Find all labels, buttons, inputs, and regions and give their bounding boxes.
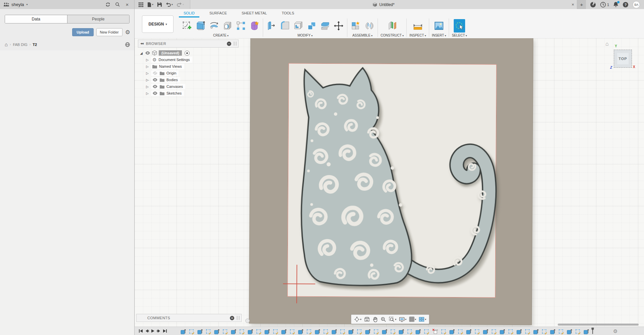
step-forward-button[interactable]	[157, 329, 161, 333]
tree-row-bodies[interactable]: ▷ Bodies	[138, 76, 239, 83]
tree-collapsed-icon[interactable]: ▷	[145, 85, 149, 89]
viewcube-top-face[interactable]: TOP	[614, 50, 632, 68]
group-label-assemble[interactable]: ASSEMBLE	[352, 34, 373, 37]
group-label-modify[interactable]: MODIFY	[297, 34, 312, 37]
panel-resize-grip[interactable]	[237, 316, 239, 320]
eye-icon[interactable]	[152, 92, 158, 95]
joint-icon[interactable]	[363, 19, 375, 33]
timeline-sketch-feature[interactable]	[458, 328, 463, 334]
revolve-icon[interactable]	[208, 19, 220, 33]
timeline-extrude-feature[interactable]	[550, 328, 555, 334]
split-body-icon[interactable]	[319, 19, 331, 33]
fillet-icon[interactable]	[279, 19, 291, 33]
timeline-extrude-feature[interactable]	[516, 328, 522, 334]
viewcube-home-icon[interactable]: ⌂	[605, 41, 609, 47]
timeline-sketch-feature[interactable]	[273, 328, 278, 334]
file-menu-button[interactable]: ▾	[146, 1, 155, 8]
timeline-failed-feature[interactable]	[432, 328, 438, 334]
panel-resize-grip[interactable]	[234, 42, 236, 46]
tab-solid[interactable]: SOLID	[179, 10, 199, 17]
redo-button[interactable]: ▾	[176, 1, 185, 8]
move-copy-icon[interactable]	[333, 19, 344, 33]
tree-collapsed-icon[interactable]: ▷	[145, 92, 149, 95]
tree-collapsed-icon[interactable]: ▷	[145, 78, 149, 82]
timeline-sketch-feature[interactable]	[525, 328, 530, 334]
browser-root-row[interactable]: ◢ (Unsaved)	[138, 50, 239, 56]
filigree-cat-model[interactable]	[288, 63, 496, 297]
root-document-label[interactable]: (Unsaved)	[159, 50, 182, 56]
document-tab[interactable]: Untitled* ×	[190, 0, 577, 9]
activate-component-radio[interactable]	[185, 51, 190, 56]
timeline-sketch-feature[interactable]	[239, 328, 245, 334]
timeline-sketch-feature[interactable]	[390, 328, 396, 334]
help-icon[interactable]: ?	[623, 2, 629, 8]
eye-icon[interactable]	[152, 85, 158, 88]
display-settings-button[interactable]: ▾	[398, 315, 408, 323]
construct-plane-icon[interactable]	[387, 19, 398, 33]
timeline-extrude-feature[interactable]	[449, 328, 455, 334]
tree-row-named-views[interactable]: ▷ Named Views	[138, 63, 239, 70]
home-icon[interactable]: ⌂	[5, 42, 8, 47]
timeline-extrude-feature[interactable]	[264, 328, 270, 334]
timeline-sketch-feature[interactable]	[441, 328, 446, 334]
hub-chevron-down-icon[interactable]: ▾	[27, 3, 28, 6]
group-label-construct[interactable]: CONSTRUCT	[381, 34, 404, 37]
group-label-select[interactable]: SELECT	[452, 34, 467, 37]
play-button[interactable]	[151, 329, 155, 333]
breadcrumb-folder[interactable]: FAB DIG	[13, 43, 27, 47]
press-pull-icon[interactable]	[266, 19, 277, 33]
save-button[interactable]	[156, 1, 163, 8]
zoom-window-button[interactable]: ▾	[388, 315, 398, 323]
zoom-button[interactable]	[379, 315, 388, 323]
tree-label[interactable]: Sketches	[166, 91, 182, 95]
timeline-extrude-feature[interactable]	[584, 328, 589, 334]
tree-row-origin[interactable]: ▷ Origin	[138, 70, 239, 76]
timeline-extrude-feature[interactable]	[365, 328, 370, 334]
group-label-insert[interactable]: INSERT	[432, 34, 446, 37]
tree-label[interactable]: Document Settings	[159, 58, 190, 62]
new-folder-button[interactable]: New Folder	[96, 28, 122, 36]
timeline-extrude-feature[interactable]	[231, 328, 236, 334]
timeline-sketch-feature[interactable]	[475, 328, 480, 334]
tab-sheet-metal[interactable]: SHEET METAL	[237, 10, 271, 17]
tree-row-canvases[interactable]: ▷ Canvases	[138, 83, 239, 90]
timeline-extrude-feature[interactable]	[415, 328, 421, 334]
eye-icon[interactable]	[152, 78, 158, 81]
undo-button[interactable]: ▾	[164, 1, 174, 8]
timeline-extrude-feature[interactable]	[567, 328, 572, 334]
timeline-sketch-feature[interactable]	[189, 328, 194, 334]
timeline-extrude-feature[interactable]	[197, 328, 203, 334]
job-status-icon[interactable]: 1	[600, 2, 609, 8]
tree-row-sketches[interactable]: ▷ Sketches	[138, 90, 239, 97]
refresh-icon[interactable]	[104, 1, 111, 8]
timeline-extrude-feature[interactable]	[382, 328, 387, 334]
tab-surface[interactable]: SURFACE	[205, 10, 232, 17]
timeline-sketch-feature[interactable]	[340, 328, 345, 334]
timeline-sketch-feature[interactable]	[256, 328, 261, 334]
tree-row-document-settings[interactable]: ▷ ⚙Document Settings	[138, 56, 239, 63]
collapse-panel-icon[interactable]: ◀◀	[140, 42, 143, 45]
select-tool-icon[interactable]	[454, 19, 465, 33]
timeline-extrude-feature[interactable]	[533, 328, 539, 334]
app-grid-icon[interactable]	[137, 1, 145, 8]
shell-icon[interactable]	[293, 19, 304, 33]
timeline-extrude-feature[interactable]	[214, 328, 219, 334]
grid-snap-button[interactable]: ▾	[408, 315, 417, 323]
create-form-icon[interactable]	[249, 19, 260, 33]
upload-button[interactable]: Upload	[72, 28, 93, 36]
combine-icon[interactable]	[306, 19, 317, 33]
eye-off-icon[interactable]	[152, 71, 158, 75]
timeline-extrude-feature[interactable]	[466, 328, 472, 334]
timeline-scrollbar[interactable]	[558, 324, 639, 326]
new-component-icon[interactable]	[350, 19, 361, 33]
timeline-sketch-feature[interactable]	[323, 328, 329, 334]
tree-collapsed-icon[interactable]: ▷	[145, 58, 149, 62]
timeline-sketch-feature[interactable]	[306, 328, 312, 334]
timeline-extrude-feature[interactable]	[399, 328, 404, 334]
viewport[interactable]: ◀◀ BROWSER − ◢ (Unsaved) ▷ ⚙Document Set…	[135, 38, 644, 327]
extensions-icon[interactable]	[590, 2, 596, 8]
new-tab-button[interactable]: +	[577, 0, 586, 9]
avatar[interactable]: SA	[633, 1, 640, 8]
timeline-sketch-feature[interactable]	[508, 328, 513, 334]
comments-header[interactable]: COMMENTS +	[136, 314, 242, 322]
